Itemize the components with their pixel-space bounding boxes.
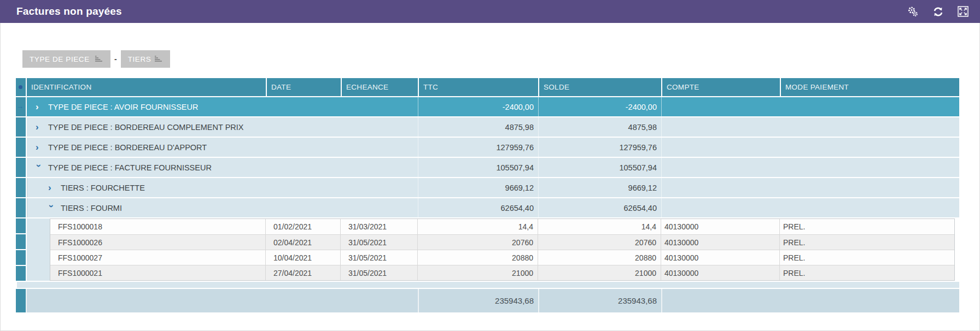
invoice-compte: 40130000: [661, 235, 779, 250]
group-solde-value: 105507,94: [538, 158, 661, 177]
invoice-date: 10/04/2021: [265, 250, 340, 265]
refresh-icon[interactable]: [932, 5, 944, 17]
chevron-right-icon[interactable]: ›: [36, 102, 42, 111]
invoice-date: 02/04/2021: [265, 235, 340, 250]
group-solde-value: 127959,76: [538, 138, 661, 157]
row-gutter[interactable]: [16, 158, 26, 177]
group-chip-label: TYPE DE PIECE: [30, 55, 90, 63]
column-header-ttc[interactable]: TTC: [418, 78, 538, 96]
sort-icon: [95, 56, 103, 62]
invoice-solde: 20880: [538, 250, 661, 265]
total-empty-cell: [26, 289, 418, 312]
invoice-solde: 20760: [538, 235, 661, 250]
grouping-bar: TYPE DE PIECE - TIERS: [22, 50, 170, 68]
group-solde-value: 4875,98: [538, 117, 661, 137]
group-row[interactable]: ›TYPE DE PIECE : BORDEREAU D'APPORT12795…: [16, 138, 959, 157]
group-row[interactable]: →›TYPE DE PIECE : AVOIR FOURNISSEUR-2400…: [16, 97, 959, 116]
invoice-ttc: 14,4: [417, 219, 538, 234]
row-gutter[interactable]: [16, 117, 26, 137]
chevron-down-icon[interactable]: ›: [34, 164, 44, 171]
arrow-right-icon: →: [16, 102, 24, 110]
row-gutter[interactable]: [16, 218, 26, 233]
group-empty-cell: [661, 97, 959, 116]
group-label-cell: ›TYPE DE PIECE : FACTURE FOURNISSEUR: [26, 158, 418, 177]
group-ttc-value: 127959,76: [418, 138, 538, 157]
chip-separator: -: [114, 55, 117, 63]
group-row[interactable]: ›TIERS : FOURMI62654,4062654,40: [16, 198, 959, 217]
chevron-right-icon[interactable]: ›: [48, 183, 55, 192]
invoice-date: 27/04/2021: [265, 265, 340, 280]
invoice-row[interactable]: FFS100002602/04/202131/05/20212076020760…: [50, 234, 954, 250]
invoice-solde: 14,4: [538, 219, 661, 234]
group-footer-spacer: [16, 282, 959, 288]
invoice-identification: FFS1000021: [50, 265, 265, 280]
column-header-ech[interactable]: ECHEANCE: [341, 78, 418, 96]
total-solde-value: 235943,68: [538, 289, 661, 312]
grid-corner-cell[interactable]: [16, 78, 26, 96]
expand-icon[interactable]: [957, 5, 969, 17]
row-gutter[interactable]: →: [16, 97, 26, 116]
group-empty-cell: [661, 158, 959, 177]
chevron-down-icon[interactable]: ›: [47, 205, 56, 211]
invoice-row[interactable]: FFS100002710/04/202131/05/20212088020880…: [50, 250, 954, 265]
invoice-ttc: 20880: [417, 250, 538, 265]
sort-icon: [155, 56, 163, 62]
invoice-identification: FFS1000027: [50, 250, 265, 265]
group-label: TIERS : FOURMI: [61, 204, 122, 212]
total-ttc-value: 235943,68: [418, 289, 538, 312]
invoice-row[interactable]: FFS100002127/04/202131/05/20212100021000…: [50, 265, 954, 280]
group-chip-type-de-piece[interactable]: TYPE DE PIECE: [22, 50, 110, 68]
group-footer-fill: [16, 282, 959, 288]
group-label: TYPE DE PIECE : AVOIR FOURNISSEUR: [48, 103, 198, 111]
column-header-date[interactable]: DATE: [266, 78, 341, 96]
row-gutter[interactable]: [16, 198, 26, 217]
row-gutter[interactable]: [16, 234, 26, 249]
row-gutter: [16, 289, 26, 312]
invoice-compte: 40130000: [661, 219, 779, 234]
group-row[interactable]: ›TIERS : FOURCHETTE9669,129669,12: [16, 178, 959, 197]
group-solde-value: -2400,00: [538, 97, 661, 116]
invoice-ttc: 21000: [417, 265, 538, 280]
row-gutter[interactable]: [16, 178, 26, 197]
row-gutter[interactable]: [16, 250, 26, 265]
group-label-cell: ›TIERS : FOURCHETTE: [26, 178, 418, 197]
row-gutter[interactable]: [16, 138, 26, 157]
group-label-cell: ›TYPE DE PIECE : BORDEREAU D'APPORT: [26, 138, 418, 157]
gears-icon[interactable]: [907, 5, 919, 17]
group-row[interactable]: ›TYPE DE PIECE : BORDEREAU COMPLEMENT PR…: [16, 117, 959, 137]
detail-indent: [26, 218, 50, 281]
group-empty-cell: [661, 198, 959, 217]
group-solde-value: 9669,12: [538, 178, 661, 197]
invoice-mode-paiement: PREL.: [779, 235, 954, 250]
group-chip-tiers[interactable]: TIERS: [121, 50, 170, 68]
group-empty-cell: [661, 138, 959, 157]
group-label: TIERS : FOURCHETTE: [61, 184, 145, 192]
column-header-solde[interactable]: SOLDE: [538, 78, 661, 96]
total-empty-cell: [661, 289, 959, 312]
invoice-echeance: 31/05/2021: [340, 250, 417, 265]
chevron-right-icon[interactable]: ›: [36, 143, 42, 152]
group-solde-value: 62654,40: [538, 198, 661, 217]
chevron-right-icon[interactable]: ›: [36, 122, 42, 132]
grid-corner-marker-icon: [19, 85, 22, 89]
invoice-echeance: 31/03/2021: [340, 219, 417, 234]
column-header-id[interactable]: IDENTIFICATION: [26, 78, 266, 96]
title-bar-actions: [907, 5, 969, 17]
row-gutter[interactable]: [16, 266, 26, 281]
column-header-compte[interactable]: COMPTE: [661, 78, 780, 96]
invoice-row[interactable]: FFS100001801/02/202131/03/202114,414,440…: [50, 219, 954, 234]
group-ttc-value: 4875,98: [418, 117, 538, 137]
group-chip-label: TIERS: [128, 55, 151, 63]
group-label-cell: ›TYPE DE PIECE : AVOIR FOURNISSEUR: [26, 97, 418, 116]
total-row: 235943,68235943,68: [16, 289, 959, 312]
detail-table: FFS100001801/02/202131/03/202114,414,440…: [50, 218, 955, 281]
grid-header-row: IDENTIFICATIONDATEECHEANCETTCSOLDECOMPTE…: [16, 78, 959, 96]
page-title: Factures non payées: [16, 5, 122, 17]
group-row[interactable]: ›TYPE DE PIECE : FACTURE FOURNISSEUR1055…: [16, 158, 959, 177]
group-ttc-value: 62654,40: [418, 198, 538, 217]
detail-gutter-column: [16, 218, 26, 281]
column-header-mode[interactable]: MODE PAIEMENT: [780, 78, 959, 96]
invoice-ttc: 20760: [417, 235, 538, 250]
invoice-mode-paiement: PREL.: [779, 219, 954, 234]
group-ttc-value: 105507,94: [418, 158, 538, 177]
